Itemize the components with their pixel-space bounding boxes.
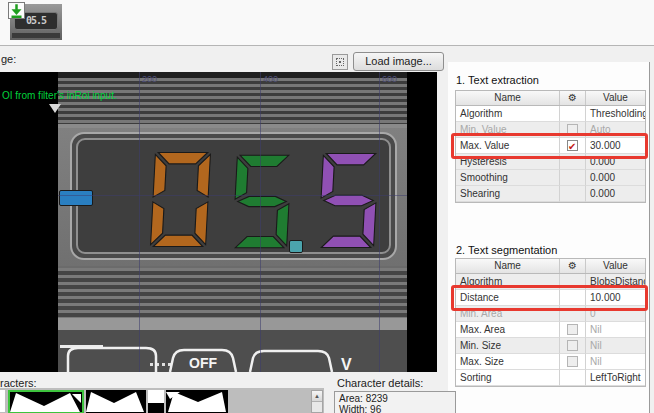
row-value[interactable]: Nil (586, 354, 645, 370)
ruler-tick: 400 (263, 74, 278, 84)
meter-top-ridges (58, 78, 407, 124)
row-checkbox[interactable] (567, 124, 578, 135)
character-thumb[interactable] (166, 390, 228, 413)
ruler-gridline-h (58, 195, 407, 196)
meter-dial-area: OFF V (58, 330, 407, 372)
ruler-gridline-600 (379, 72, 380, 372)
meter-bottom-ridges (58, 268, 407, 318)
ruler-gridline-400 (260, 72, 261, 372)
extraction-table: Name ⚙ Value Algorithm Thresholding Min.… (455, 90, 646, 203)
table-row[interactable]: Max. Area Nil (456, 322, 645, 338)
gear-icon: ⚙ (560, 91, 586, 105)
character-thumb-partial[interactable] (0, 390, 5, 412)
table-row[interactable]: Algorithm BlobsDistance (456, 274, 645, 290)
col-value: Value (586, 259, 645, 273)
lcd-digit-5 (317, 149, 379, 252)
table-row[interactable]: Hysteresis 0.000 (456, 154, 645, 170)
row-value[interactable]: BlobsDistance (586, 274, 645, 290)
character-thumb-selected[interactable] (8, 390, 84, 413)
table-row[interactable]: Min. Area 0 (456, 306, 645, 322)
gear-icon: ⚙ (560, 259, 586, 273)
col-name: Name (456, 259, 560, 273)
row-value[interactable]: 0.000 (586, 154, 645, 170)
table-header: Name ⚙ Value (456, 259, 645, 274)
thumbnail-strip (12, 33, 60, 38)
load-image-button[interactable]: Load image... (353, 52, 444, 71)
segmentation-table: Name ⚙ Value Algorithm BlobsDistance Dis… (455, 258, 646, 387)
lcd-digit-. (289, 240, 303, 253)
row-value[interactable]: Nil (586, 322, 645, 338)
row-value[interactable]: 0.000 (586, 170, 645, 186)
detail-area: Area: 8239 (339, 393, 451, 404)
table-row-max-value[interactable]: Max. Value 30.000 (456, 138, 645, 154)
col-value: Value (586, 91, 645, 105)
table-row[interactable]: Algorithm Thresholding (456, 106, 645, 122)
character-details-box: Area: 8239 Width: 96 (334, 391, 456, 413)
roi-overlay-text: OI from filter's inRoi input. (2, 90, 117, 101)
table-row[interactable]: Shearing 0.000 (456, 186, 645, 202)
segmentation-title: 2. Text segmentation (456, 244, 557, 256)
import-arrow-icon (8, 2, 25, 19)
table-row-distance[interactable]: Distance 10.000 (456, 290, 645, 306)
image-viewer[interactable]: OFF V 200 400 600 OI from filter's inRoi… (0, 72, 437, 372)
row-value[interactable]: 10.000 (586, 290, 645, 306)
row-checkbox[interactable] (567, 324, 578, 335)
row-value[interactable]: 0 (586, 306, 645, 322)
ruler-tick: 600 (382, 74, 397, 84)
characters-scrollbar[interactable]: ▲ (311, 390, 323, 413)
row-value[interactable]: Auto (586, 122, 645, 138)
character-thumb[interactable] (86, 390, 146, 413)
dial-off-label: OFF (189, 355, 217, 371)
row-value[interactable]: 30.000 (586, 138, 645, 154)
detail-width: Width: 96 (339, 404, 451, 413)
characters-list[interactable]: ▲ (0, 388, 324, 413)
table-row[interactable]: Min. Value Auto (456, 122, 645, 138)
row-value[interactable]: 0.000 (586, 186, 645, 202)
table-row[interactable]: Min. Size Nil (456, 338, 645, 354)
roi-marker-icon (49, 104, 61, 113)
image-label: ge: (1, 53, 16, 65)
row-value[interactable]: Nil (586, 338, 645, 354)
lcd-digit-0 (149, 148, 211, 251)
dial-v-label: V (341, 356, 352, 372)
lcd-digit-5 (231, 150, 292, 253)
table-row[interactable]: Sorting LeftToRight (456, 370, 645, 386)
row-checkbox[interactable] (567, 340, 578, 351)
table-header: Name ⚙ Value (456, 91, 645, 106)
table-row[interactable]: Max. Size Nil (456, 354, 645, 370)
character-details-label: Character details: (337, 377, 423, 389)
ruler-tick: 200 (142, 74, 157, 84)
character-thumb-dot[interactable] (148, 390, 164, 413)
extraction-title: 1. Text extraction (456, 74, 539, 86)
col-name: Name (456, 91, 560, 105)
row-checkbox[interactable] (567, 140, 578, 151)
row-checkbox[interactable] (567, 356, 578, 367)
scroll-up-icon[interactable]: ▲ (312, 391, 322, 402)
table-row[interactable]: Smoothing 0.000 (456, 170, 645, 186)
toolbar: 05.5 (0, 0, 654, 46)
parameters-panel: 1. Text extraction Name ⚙ Value Algorith… (448, 62, 650, 413)
row-value[interactable]: Thresholding (586, 106, 645, 122)
lcd-digit-- (59, 190, 93, 206)
row-value[interactable]: LeftToRight (586, 370, 645, 386)
ruler-gridline-200 (139, 72, 140, 372)
fit-view-button[interactable] (332, 54, 348, 70)
